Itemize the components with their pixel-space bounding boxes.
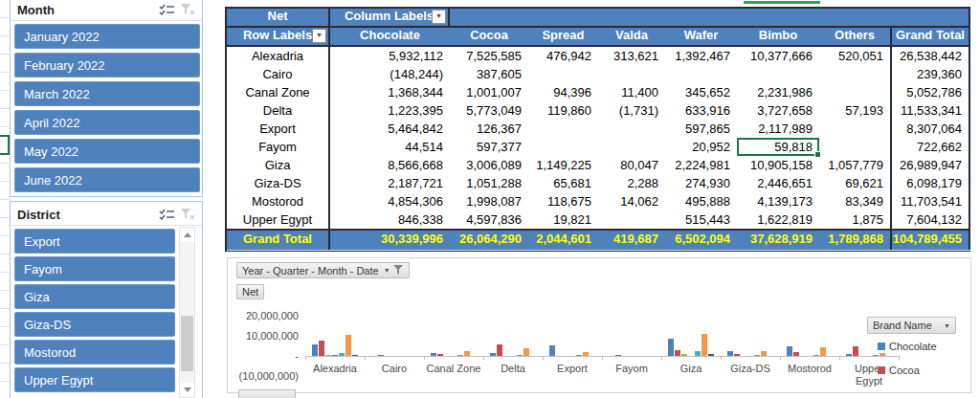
value-cell[interactable]: 2,187,721	[330, 174, 450, 192]
row-label-cell[interactable]: Alexadria	[227, 47, 330, 65]
grand-total-value-cell[interactable]: 419,687	[598, 231, 665, 250]
value-cell[interactable]: 5,464,842	[330, 120, 450, 138]
value-cell[interactable]: 3,006,089	[450, 156, 528, 174]
pivot-column-labels-cell[interactable]: Column Labels ▼	[330, 9, 450, 26]
row-labels-filter-dropdown-icon[interactable]: ▼	[312, 29, 326, 43]
chart-category-field-button-clipped[interactable]	[238, 389, 296, 398]
column-header-valda[interactable]: Valda	[598, 28, 665, 45]
column-labels-filter-dropdown-icon[interactable]: ▼	[432, 10, 446, 24]
slicer-item-mostorod[interactable]: Mostorod	[14, 340, 175, 365]
value-cell[interactable]: 345,652	[665, 83, 737, 101]
value-cell[interactable]: 65,681	[528, 174, 598, 192]
value-cell[interactable]: 1,622,819	[737, 210, 819, 229]
row-total-cell[interactable]: 11,533,341	[890, 101, 969, 120]
column-header-cocoa[interactable]: Cocoa	[450, 28, 528, 45]
row-label-cell[interactable]: Fayom	[227, 138, 330, 156]
grand-total-value-cell[interactable]: 6,502,094	[665, 231, 737, 250]
value-cell[interactable]: 1,057,779	[819, 156, 890, 174]
pivot-measure-cell[interactable]: Net	[227, 9, 330, 26]
slicer-item-march-2022[interactable]: March 2022	[14, 81, 200, 106]
value-cell[interactable]: 2,117,989	[737, 120, 819, 138]
value-cell[interactable]	[819, 83, 890, 101]
row-total-cell[interactable]: 722,662	[890, 138, 969, 156]
row-total-cell[interactable]: 7,604,132	[890, 210, 969, 229]
value-cell[interactable]	[528, 138, 598, 156]
value-cell[interactable]: (1,731)	[598, 101, 665, 120]
row-total-cell[interactable]: 11,703,541	[890, 192, 969, 210]
value-cell[interactable]	[665, 65, 737, 83]
value-cell[interactable]: 1,223,395	[330, 101, 450, 120]
value-cell[interactable]: 69,621	[819, 174, 890, 192]
value-cell[interactable]: 119,860	[528, 101, 598, 120]
value-cell[interactable]: 2,446,651	[737, 174, 819, 192]
row-label-cell[interactable]: Giza	[227, 156, 330, 174]
value-cell[interactable]: 387,605	[450, 65, 528, 83]
value-cell[interactable]: 11,400	[598, 83, 665, 101]
slicer-item-june-2022[interactable]: June 2022	[14, 167, 200, 192]
chart-legend-field-button[interactable]: Brand Name ▼	[867, 317, 956, 334]
column-header-bimbo[interactable]: Bimbo	[737, 28, 819, 45]
value-cell[interactable]: 5,773,049	[450, 101, 528, 120]
value-cell[interactable]: 495,888	[665, 192, 737, 210]
value-cell[interactable]: 515,443	[665, 210, 737, 229]
value-cell[interactable]: 846,338	[330, 210, 450, 229]
slicer-item-fayom[interactable]: Fayom	[14, 256, 175, 281]
row-total-cell[interactable]: 26,538,442	[890, 47, 969, 65]
value-cell[interactable]: 1,051,288	[450, 174, 528, 192]
row-label-cell[interactable]: Canal Zone	[227, 83, 330, 101]
value-cell[interactable]: 597,865	[665, 120, 737, 138]
value-cell[interactable]: 5,932,112	[330, 47, 450, 65]
row-label-cell[interactable]: Export	[227, 120, 330, 138]
chart-axis-fields-button[interactable]: Year - Quarter - Month - Date ▼	[236, 262, 410, 278]
column-header-spread[interactable]: Spread	[528, 28, 598, 45]
value-cell[interactable]: 2,231,986	[737, 83, 819, 101]
district-slicer-scrollbar[interactable]	[179, 227, 195, 398]
value-cell[interactable]: 1,875	[819, 210, 890, 229]
value-cell[interactable]: 19,821	[528, 210, 598, 229]
slicer-item-giza-ds[interactable]: Giza-DS	[14, 312, 175, 337]
slicer-item-export[interactable]: Export	[14, 229, 175, 254]
chart-value-field-button[interactable]: Net	[236, 284, 264, 299]
value-cell[interactable]: 1,149,225	[528, 156, 598, 174]
column-header-grand-total[interactable]: Grand Total	[890, 28, 969, 45]
grand-total-value-cell[interactable]: 37,628,919	[737, 231, 819, 250]
value-cell[interactable]: 10,905,158	[737, 156, 819, 174]
scrollbar-thumb[interactable]	[181, 316, 193, 371]
row-label-cell[interactable]: Mostorod	[227, 192, 330, 210]
multi-select-icon[interactable]	[156, 2, 177, 17]
clear-filter-icon[interactable]	[177, 2, 198, 17]
grand-total-value-cell[interactable]: 26,064,290	[450, 231, 528, 250]
slicer-item-february-2022[interactable]: February 2022	[14, 53, 200, 77]
value-cell[interactable]: 1,998,087	[450, 192, 528, 210]
value-cell[interactable]	[528, 65, 598, 83]
scrollbar-up-arrow-icon[interactable]	[180, 228, 194, 242]
multi-select-icon[interactable]	[156, 207, 177, 222]
value-cell[interactable]: 80,047	[598, 156, 665, 174]
value-cell[interactable]: 44,514	[330, 138, 450, 156]
value-cell[interactable]: (148,244)	[330, 65, 450, 83]
value-cell[interactable]	[598, 120, 665, 138]
value-cell[interactable]: 1,368,344	[330, 83, 450, 101]
value-cell[interactable]: 94,396	[528, 83, 598, 101]
row-total-cell[interactable]: 26,989,947	[890, 156, 969, 174]
grand-total-value-cell[interactable]: 1,789,868	[819, 231, 890, 250]
column-header-others[interactable]: Others	[819, 28, 890, 45]
row-label-cell[interactable]: Delta	[227, 101, 330, 120]
value-cell[interactable]: 4,139,173	[737, 192, 819, 210]
value-cell[interactable]: 7,525,585	[450, 47, 528, 65]
row-label-cell[interactable]: Cairo	[227, 65, 330, 83]
grand-total-label-cell[interactable]: Grand Total	[227, 231, 330, 250]
slicer-item-april-2022[interactable]: April 2022	[14, 110, 200, 135]
value-cell[interactable]	[598, 65, 665, 83]
value-cell[interactable]: 4,854,306	[330, 192, 450, 210]
value-cell[interactable]: 313,621	[598, 47, 665, 65]
selected-cell[interactable]: 59,818	[737, 138, 819, 156]
value-cell[interactable]: 1,392,467	[665, 47, 737, 65]
value-cell[interactable]: 126,367	[450, 120, 528, 138]
value-cell[interactable]: 14,062	[598, 192, 665, 210]
value-cell[interactable]: 2,288	[598, 174, 665, 192]
row-label-cell[interactable]: Giza-DS	[227, 174, 330, 192]
column-header-chocolate[interactable]: Chocolate	[330, 28, 450, 45]
value-cell[interactable]	[528, 120, 598, 138]
slicer-item-upper-egypt[interactable]: Upper Egypt	[14, 367, 175, 392]
